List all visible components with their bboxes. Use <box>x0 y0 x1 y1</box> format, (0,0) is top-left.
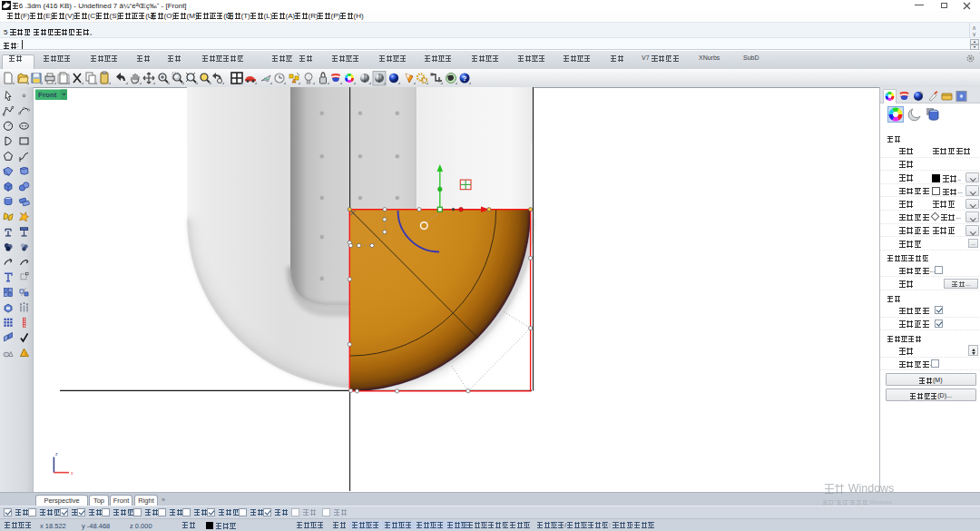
svg-text:Front: Front <box>38 91 57 99</box>
svg-text:x: x <box>71 470 74 476</box>
svg-text:z: z <box>55 451 58 457</box>
svg-text:?: ? <box>463 74 467 83</box>
